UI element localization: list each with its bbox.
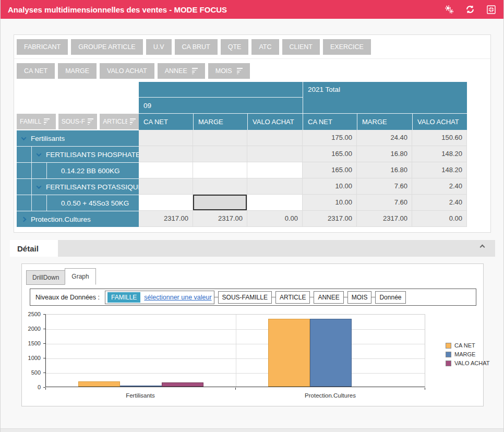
row-dimension-button-sous-f[interactable]: SOUS-F (58, 114, 98, 129)
column-group-top-empty (139, 82, 303, 98)
pivot-cell[interactable]: 0.00 (247, 211, 303, 227)
row-dimension-button-article[interactable]: ARTICLE (100, 114, 139, 129)
pivot-cell[interactable] (139, 162, 193, 178)
pivot-cell[interactable] (139, 195, 193, 211)
pivot-cell[interactable]: 150.60 (412, 130, 467, 146)
dimension-button-groupe-article[interactable]: GROUPE ARTICLE (71, 39, 143, 55)
dimension-button-mois[interactable]: MOIS (208, 63, 250, 79)
column-header-09-ca-net[interactable]: CA NET (139, 113, 193, 130)
select-value-link[interactable]: sélectionner une valeur (144, 294, 211, 301)
pivot-cell[interactable] (139, 130, 193, 146)
chevron-down-icon (21, 135, 27, 140)
column-group-2021-total[interactable]: 2021 Total (303, 82, 467, 113)
pivot-cell[interactable]: 148.20 (412, 162, 467, 178)
pivot-cell[interactable] (139, 178, 193, 195)
pivot-cell[interactable]: 2.40 (412, 178, 467, 195)
tree-indent-guide (17, 147, 32, 162)
gears-icon[interactable] (444, 4, 454, 15)
pivot-cell[interactable] (193, 146, 247, 162)
x-tick-mark (45, 388, 46, 390)
row-header-protection-cultures[interactable]: Protection.Cultures (17, 211, 139, 227)
dimension-button-atc[interactable]: ATC (251, 39, 279, 55)
row-header-label: FERTILISANTS PHOSPHATES (46, 147, 139, 162)
legend-swatch (446, 343, 451, 349)
pivot-cell[interactable]: 10.00 (303, 195, 357, 211)
bar-fertilisants-marge[interactable] (120, 386, 162, 387)
bar-protection-cultures-ca-net[interactable] (268, 319, 310, 387)
pivot-cell[interactable] (247, 195, 303, 211)
row-header-fertilisants-phosphates[interactable]: FERTILISANTS PHOSPHATES (17, 146, 139, 162)
bar-fertilisants-ca-net[interactable] (78, 381, 120, 387)
tree-indent-guide (32, 163, 47, 178)
pivot-cell[interactable]: 16.80 (357, 146, 412, 162)
pivot-cell[interactable] (193, 178, 247, 195)
pivot-cell[interactable] (247, 130, 303, 146)
pivot-cell[interactable] (139, 146, 193, 162)
row-header-label: Protection.Cultures (31, 211, 91, 227)
level-chip-sous-famille[interactable]: SOUS-FAMILLE (218, 291, 272, 304)
dimension-button-client[interactable]: CLIENT (282, 39, 320, 55)
pivot-cell[interactable]: 10.00 (303, 178, 357, 195)
refresh-icon[interactable] (465, 4, 475, 15)
pivot-cell[interactable]: 165.00 (303, 146, 357, 162)
dimension-button-exercice[interactable]: EXERCICE (323, 39, 371, 55)
pivot-cell[interactable]: 2.40 (412, 195, 467, 211)
tree-indent-guide (32, 195, 47, 211)
column-header-09-marge[interactable]: MARGE (193, 113, 247, 130)
pivot-cell[interactable]: 2317.00 (357, 211, 412, 227)
row-header-0-0-50-45so3-50kg[interactable]: 0.0.50 + 45So3 50KG (17, 195, 139, 211)
dimension-button-fabricant[interactable]: FABRICANT (17, 39, 68, 55)
bar-protection-cultures-marge[interactable] (310, 319, 352, 387)
column-header-total-marge[interactable]: MARGE (357, 113, 412, 130)
dimension-button-ca-brut[interactable]: CA BRUT (175, 39, 218, 55)
dimension-button-marge[interactable]: MARGE (58, 63, 97, 79)
row-header-fertilisants[interactable]: Fertilisants (17, 130, 139, 146)
pivot-cell[interactable] (193, 130, 247, 146)
measure-dimension-buttons: CA NETMARGEVALO ACHATANNEEMOIS (17, 63, 250, 79)
dimension-button-valo-achat[interactable]: VALO ACHAT (100, 63, 154, 79)
level-chip-article[interactable]: ARTICLE (275, 291, 310, 304)
legend-label: VALO ACHAT (454, 360, 489, 366)
row-header-0-14-22-bb-600kg[interactable]: 0.14.22 BB 600KG (17, 162, 139, 178)
level-chip-famille[interactable]: FAMILLE (107, 292, 140, 303)
pivot-cell[interactable]: 2317.00 (303, 211, 357, 227)
pivot-cell[interactable]: 7.60 (357, 195, 412, 211)
pivot-cell[interactable] (247, 146, 303, 162)
column-header-09-valo-achat[interactable]: VALO ACHAT (247, 113, 303, 130)
dimension-button-u-v[interactable]: U.V (146, 39, 172, 55)
column-header-total-valo-achat[interactable]: VALO ACHAT (412, 113, 467, 130)
tab-drilldown[interactable]: DrillDown (26, 270, 65, 285)
pivot-cell[interactable]: 165.00 (303, 162, 357, 178)
pivot-cell[interactable]: 148.20 (412, 146, 467, 162)
level-chip-annee[interactable]: ANNEE (314, 291, 343, 304)
dimension-button-ca-net[interactable]: CA NET (17, 63, 55, 79)
pivot-cell[interactable] (193, 162, 247, 178)
pivot-cell[interactable] (247, 162, 303, 178)
level-chip-donn-e[interactable]: Donnée (375, 291, 405, 304)
pivot-cell[interactable]: 2317.00 (139, 211, 193, 227)
row-dimension-buttons: FAMILLSOUS-FARTICLE (17, 113, 139, 130)
pivot-cell[interactable]: 175.00 (303, 130, 357, 146)
compress-icon[interactable] (486, 4, 496, 15)
dimension-button-annee[interactable]: ANNEE (158, 63, 205, 79)
row-dimension-button-famill[interactable]: FAMILL (17, 114, 56, 129)
collapse-detail-button[interactable] (481, 245, 487, 251)
expand-zone (32, 147, 46, 162)
pivot-cell[interactable]: 16.80 (357, 162, 412, 178)
pivot-cell[interactable] (247, 178, 303, 195)
row-header-fertilisants-potassiques[interactable]: FERTILISANTS POTASSIQUES (17, 178, 139, 195)
column-header-total-ca-net[interactable]: CA NET (303, 113, 357, 130)
category-divider (236, 315, 236, 387)
sort-icon (88, 118, 93, 125)
pivot-cell[interactable]: 7.60 (357, 178, 412, 195)
pivot-cell[interactable] (193, 195, 247, 211)
tab-graph[interactable]: Graph (65, 268, 95, 285)
pivot-cell[interactable]: 24.40 (357, 130, 412, 146)
dimension-button-qte[interactable]: QTE (221, 39, 249, 55)
pivot-cell[interactable]: 0.00 (412, 211, 467, 227)
bar-fertilisants-valo-achat[interactable] (162, 382, 203, 387)
level-chip-mois[interactable]: MOIS (347, 291, 372, 304)
column-group-09[interactable]: 09 (139, 98, 303, 113)
pivot-cell[interactable]: 2317.00 (193, 211, 247, 227)
legend-item-valo-achat: VALO ACHAT (446, 360, 489, 366)
